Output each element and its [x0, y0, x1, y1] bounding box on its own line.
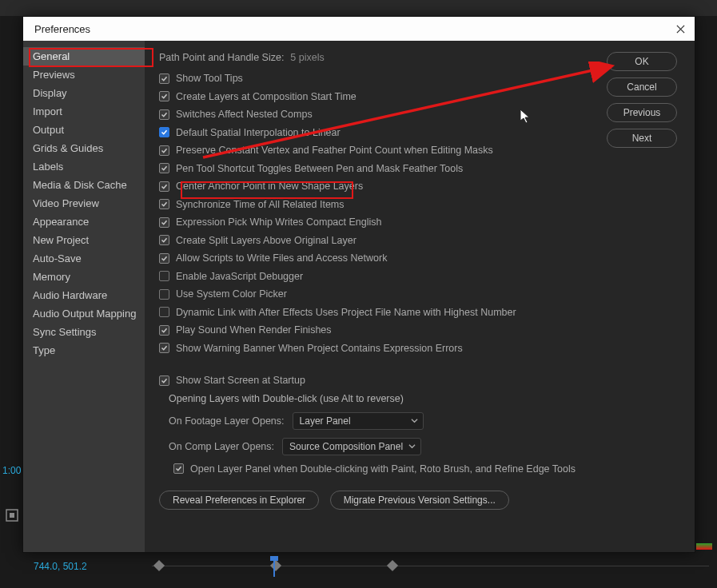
ok-button[interactable]: OK: [607, 52, 677, 71]
titlebar: Preferences: [23, 17, 695, 41]
keyframe-icon[interactable]: [153, 560, 165, 571]
checkbox-create-split-layers-above-original-layer[interactable]: [159, 235, 169, 245]
timestamp-label: 1:00: [2, 465, 21, 476]
checkbox-open-layer-panel-paint[interactable]: [173, 463, 184, 474]
sidebar-item-audio-hardware[interactable]: Audio Hardware: [23, 286, 145, 304]
close-icon[interactable]: [674, 22, 687, 35]
checkbox-default-spatial-interpolation-to-linear[interactable]: [159, 127, 169, 137]
sidebar-item-memory[interactable]: Memory: [23, 268, 145, 286]
svg-rect-2: [10, 513, 14, 518]
checkbox-pen-tool-shortcut-toggles-between-pen-an[interactable]: [159, 163, 169, 173]
checkbox-expression-pick-whip-writes-compact-engl[interactable]: [159, 217, 169, 228]
sidebar-item-import[interactable]: Import: [23, 102, 145, 121]
comp-opens-select[interactable]: Source Composition Panel: [282, 438, 421, 455]
shape-tool-icon[interactable]: [5, 508, 19, 522]
label-show-tool-tips: Show Tool Tips: [176, 73, 243, 84]
sidebar-item-general[interactable]: General: [23, 47, 145, 66]
label-synchronize-time-of-all-related-items: Synchronize Time of All Related Items: [176, 199, 345, 210]
label-center-anchor-point-in-new-shape-layers: Center Anchor Point in New Shape Layers: [176, 181, 363, 192]
label-show-warning-banner-when-project-contain: Show Warning Banner When Project Contain…: [176, 343, 463, 354]
next-button[interactable]: Next: [607, 129, 677, 148]
label-play-sound-when-render-finishes: Play Sound When Render Finishes: [176, 324, 332, 336]
keyframe-icon[interactable]: [270, 560, 281, 571]
label-dynamic-link-with-after-effects-uses-pro: Dynamic Link with After Effects Uses Pro…: [176, 307, 516, 318]
label-allow-scripts-to-write-files-and-access-: Allow Scripts to Write Files and Access …: [176, 252, 387, 264]
label-preserve-constant-vertex-and-feather-poi: Preserve Constant Vertex and Feather Poi…: [176, 145, 493, 156]
preferences-dialog: Preferences GeneralPreviewsDisplayImport…: [22, 16, 695, 553]
label-show-start-screen: Show Start Screen at Startup: [176, 375, 305, 386]
checkbox-show-warning-banner-when-project-contain[interactable]: [159, 343, 169, 353]
sidebar-item-sync-settings[interactable]: Sync Settings: [23, 323, 145, 341]
label-create-split-layers-above-original-layer: Create Split Layers Above Original Layer: [176, 235, 357, 246]
label-create-layers-at-composition-start-time: Create Layers at Composition Start Time: [176, 91, 357, 102]
reveal-prefs-button[interactable]: Reveal Preferences in Explorer: [159, 491, 319, 510]
sidebar-item-audio-output-mapping[interactable]: Audio Output Mapping: [23, 304, 145, 323]
label-expression-pick-whip-writes-compact-engl: Expression Pick Whip Writes Compact Engl…: [176, 217, 382, 228]
previous-button[interactable]: Previous: [607, 103, 677, 122]
checkbox-preserve-constant-vertex-and-feather-poi[interactable]: [159, 145, 169, 156]
checkbox-play-sound-when-render-finishes[interactable]: [159, 325, 169, 336]
sidebar-item-auto-save[interactable]: Auto-Save: [23, 249, 145, 268]
comp-opens-label: On Comp Layer Opens:: [169, 441, 274, 452]
footage-opens-label: On Footage Layer Opens:: [169, 415, 285, 427]
sidebar-item-video-preview[interactable]: Video Preview: [23, 194, 145, 213]
label-default-spatial-interpolation-to-linear: Default Spatial Interpolation to Linear: [176, 127, 341, 138]
migrate-settings-button[interactable]: Migrate Previous Version Settings...: [330, 491, 509, 510]
sidebar-item-display[interactable]: Display: [23, 84, 145, 102]
checkbox-dynamic-link-with-after-effects-uses-pro[interactable]: [159, 307, 169, 317]
cache-indicator: [696, 543, 712, 550]
content-panel: Path Point and Handle Size: 5 pixels Sho…: [159, 52, 596, 541]
checkbox-use-system-color-picker[interactable]: [159, 289, 169, 300]
playhead[interactable]: [273, 558, 275, 577]
sidebar-item-previews[interactable]: Previews: [23, 66, 145, 84]
cancel-button[interactable]: Cancel: [607, 77, 677, 97]
sidebar-item-new-project[interactable]: New Project: [23, 231, 145, 249]
path-size-label: Path Point and Handle Size:: [159, 52, 284, 63]
path-size-value[interactable]: 5 pixels: [290, 52, 324, 63]
label-pen-tool-shortcut-toggles-between-pen-an: Pen Tool Shortcut Toggles Between Pen an…: [176, 163, 463, 174]
checkbox-switches-affect-nested-comps[interactable]: [159, 109, 169, 120]
double-click-subhead: Opening Layers with Double-click (use Al…: [169, 393, 596, 404]
checkbox-show-start-screen[interactable]: [159, 375, 169, 386]
sidebar-item-media-disk-cache[interactable]: Media & Disk Cache: [23, 176, 145, 194]
checkbox-allow-scripts-to-write-files-and-access-[interactable]: [159, 253, 169, 264]
dialog-title: Preferences: [34, 23, 90, 35]
sidebar: GeneralPreviewsDisplayImportOutputGrids …: [23, 41, 145, 552]
chevron-down-icon: [411, 415, 418, 427]
checkbox-center-anchor-point-in-new-shape-layers[interactable]: [159, 181, 169, 192]
timeline[interactable]: [152, 554, 709, 578]
sidebar-item-type[interactable]: Type: [23, 341, 145, 360]
sidebar-item-grids-guides[interactable]: Grids & Guides: [23, 139, 145, 157]
coord-label: 744.0, 501.2: [34, 561, 87, 572]
checkbox-enable-javascript-debugger[interactable]: [159, 271, 169, 281]
chevron-down-icon: [408, 441, 416, 452]
checkbox-synchronize-time-of-all-related-items[interactable]: [159, 199, 169, 209]
footage-opens-select[interactable]: Layer Panel: [293, 412, 424, 430]
label-switches-affect-nested-comps: Switches Affect Nested Comps: [176, 109, 313, 120]
checkbox-create-layers-at-composition-start-time[interactable]: [159, 91, 169, 101]
keyframe-icon[interactable]: [387, 560, 398, 571]
sidebar-item-output[interactable]: Output: [23, 121, 145, 139]
label-open-layer-panel-paint: Open Layer Panel when Double-clicking wi…: [190, 463, 576, 475]
sidebar-item-labels[interactable]: Labels: [23, 157, 145, 176]
checkbox-show-tool-tips[interactable]: [159, 74, 169, 84]
label-use-system-color-picker: Use System Color Picker: [176, 288, 287, 300]
right-buttons: OK Cancel Previous Next: [596, 52, 679, 541]
sidebar-item-appearance[interactable]: Appearance: [23, 213, 145, 231]
label-enable-javascript-debugger: Enable JavaScript Debugger: [176, 271, 303, 282]
